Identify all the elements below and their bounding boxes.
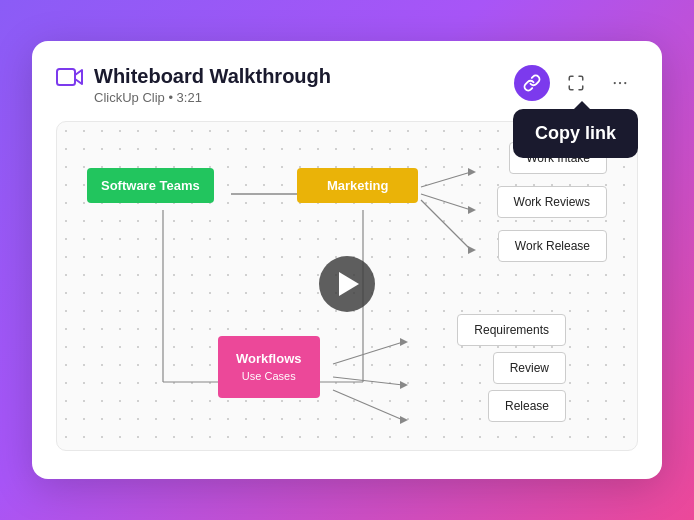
svg-marker-10 xyxy=(468,246,476,254)
card-subtitle: ClickUp Clip • 3:21 xyxy=(94,90,331,105)
node-release: Release xyxy=(488,390,566,422)
node-requirements: Requirements xyxy=(457,314,566,346)
video-clip-icon xyxy=(56,66,84,88)
expand-button[interactable] xyxy=(558,65,594,101)
node-review: Review xyxy=(493,352,566,384)
copy-link-tooltip: Copy link xyxy=(513,109,638,158)
node-work-reviews: Work Reviews xyxy=(497,186,607,218)
play-button[interactable] xyxy=(319,256,375,312)
node-workflows: Workflows Use Cases xyxy=(218,336,320,398)
svg-line-7 xyxy=(421,200,471,250)
title-row: Whiteboard Walkthrough xyxy=(56,65,331,88)
svg-point-2 xyxy=(619,82,621,84)
node-work-release: Work Release xyxy=(498,230,607,262)
svg-line-15 xyxy=(333,342,403,364)
svg-rect-0 xyxy=(57,69,75,85)
more-options-button[interactable] xyxy=(602,65,638,101)
copy-link-button[interactable] xyxy=(514,65,550,101)
whiteboard-area: Software Teams Marketing Work Intake Wor… xyxy=(56,121,638,451)
header-actions: Copy link xyxy=(514,65,638,101)
svg-line-17 xyxy=(333,390,403,420)
card-title: Whiteboard Walkthrough xyxy=(94,65,331,88)
svg-marker-9 xyxy=(468,206,476,214)
svg-point-1 xyxy=(614,82,616,84)
main-card: Whiteboard Walkthrough ClickUp Clip • 3:… xyxy=(32,41,662,479)
svg-line-5 xyxy=(421,172,471,187)
card-header: Whiteboard Walkthrough ClickUp Clip • 3:… xyxy=(56,65,638,105)
svg-marker-20 xyxy=(400,416,408,424)
diagram: Software Teams Marketing Work Intake Wor… xyxy=(73,142,621,426)
svg-line-16 xyxy=(333,377,403,385)
svg-marker-19 xyxy=(400,381,408,389)
svg-line-6 xyxy=(421,194,471,210)
svg-marker-18 xyxy=(400,338,408,346)
svg-point-3 xyxy=(624,82,626,84)
node-marketing: Marketing xyxy=(297,168,418,203)
node-software-teams: Software Teams xyxy=(87,168,214,203)
svg-marker-8 xyxy=(468,168,476,176)
